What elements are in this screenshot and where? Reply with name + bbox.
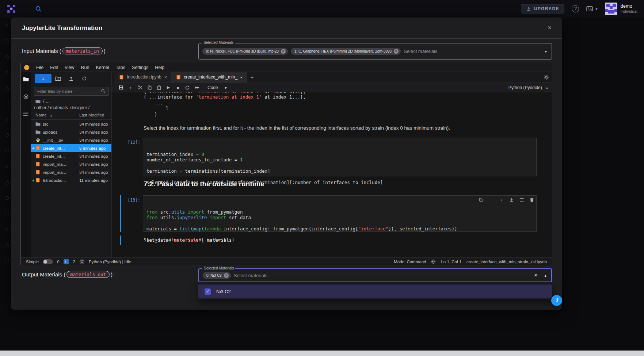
- chip-remove-icon[interactable]: ×: [281, 49, 286, 54]
- restart-kernel-icon[interactable]: [183, 85, 192, 90]
- file-row[interactable]: uploads34 minutes ago: [31, 128, 111, 136]
- background-sidebar-icon: □: [5, 100, 8, 106]
- chevron-down-icon[interactable]: ▾: [545, 49, 547, 54]
- menu-settings[interactable]: Settings: [129, 65, 152, 70]
- cell-toolbar: ↑ ↓: [478, 197, 534, 202]
- workspace-switcher[interactable]: ▾: [586, 6, 597, 12]
- move-cell-down-icon[interactable]: ↓: [499, 197, 504, 202]
- code-cell-12[interactable]: termination_index = 0number_of_interface…: [143, 138, 537, 176]
- new-folder-icon[interactable]: [52, 76, 65, 81]
- file-name: create_int...: [43, 154, 65, 158]
- kernel-count[interactable]: 0: [57, 260, 59, 264]
- help-button[interactable]: ?: [572, 5, 579, 12]
- kernel-status[interactable]: Python (Pyodide) | Idle: [89, 260, 131, 264]
- menu-help[interactable]: Help: [152, 65, 168, 70]
- simple-mode-toggle[interactable]: [43, 259, 53, 264]
- file-row[interactable]: import_ma...34 minutes ago: [31, 160, 111, 168]
- file-row[interactable]: import_ma...34 minutes ago: [31, 168, 111, 176]
- gear-icon[interactable]: [544, 74, 549, 80]
- file-modified: 34 minutes ago: [79, 162, 108, 166]
- code-token: ]), selected_interfaces)): [388, 226, 457, 231]
- mode-indicator[interactable]: Mode: Command: [394, 260, 426, 264]
- file-row[interactable]: create_int...5 minutes ago: [31, 144, 111, 152]
- kernel-name[interactable]: Python (Pyodide): [508, 85, 542, 90]
- cursor-position[interactable]: Ln 1, Col 1: [441, 260, 461, 264]
- file-row[interactable]: Introductio...11 minutes ago: [31, 176, 111, 184]
- code-token: [185, 209, 188, 215]
- chip-remove-icon[interactable]: ×: [394, 49, 399, 54]
- cell-type-dropdown[interactable]: Code ▾: [207, 85, 227, 90]
- upgrade-button[interactable]: UPGRADE: [521, 4, 564, 14]
- column-last-modified[interactable]: Last Modified: [79, 113, 104, 117]
- tab-close-icon[interactable]: ×: [164, 74, 167, 80]
- user-names: demo Individual: [621, 3, 637, 14]
- globe-icon[interactable]: [431, 259, 436, 264]
- insert-cell-below-icon[interactable]: [509, 197, 514, 202]
- notebook-tab-0[interactable]: Introduction.ipynb×: [115, 72, 172, 83]
- copy-cells-icon[interactable]: [145, 85, 154, 90]
- checkbox-icon[interactable]: ✓: [205, 288, 211, 295]
- notebook-content[interactable]: { ...interface for 'termination at index…: [112, 92, 552, 257]
- file-row[interactable]: src34 minutes ago: [31, 120, 111, 128]
- interrupt-kernel-icon[interactable]: ■: [173, 85, 183, 90]
- clear-selection-icon[interactable]: ×: [534, 272, 537, 279]
- file-name: uploads: [43, 130, 57, 134]
- search-icon[interactable]: [35, 5, 42, 12]
- menu-run[interactable]: Run: [78, 65, 93, 70]
- code-token: termination_index =: [146, 152, 202, 157]
- filter-files-input[interactable]: [34, 87, 109, 96]
- input-materials-select[interactable]: Selected Materials 0: Ni, Nickel, FCC (F…: [198, 43, 552, 60]
- dropdown-option[interactable]: ✓Ni3 C2: [198, 285, 552, 298]
- status-gear-icon[interactable]: [79, 259, 85, 264]
- menu-edit[interactable]: Edit: [47, 65, 61, 70]
- background-sidebar-icon: □: [5, 257, 8, 263]
- chip-remove-icon[interactable]: ×: [224, 273, 229, 278]
- upload-icon[interactable]: [65, 76, 78, 81]
- code-token: ]: [144, 106, 168, 111]
- output-materials-select[interactable]: Selected Materials 0: Ni3 C2× Select mat…: [198, 268, 552, 282]
- jupyter-menubar: FileEditViewRunKernelTabsSettingsHelp: [21, 63, 552, 72]
- info-button[interactable]: i: [551, 295, 562, 306]
- restart-run-all-icon[interactable]: ▶▶: [192, 86, 202, 89]
- close-icon[interactable]: ×: [548, 24, 552, 32]
- delete-cell-icon[interactable]: [529, 197, 534, 202]
- file-open-dot: [33, 148, 34, 149]
- markdown-cell[interactable]: Select the index for termination first, …: [144, 125, 531, 131]
- file-row[interactable]: __init__.py34 minutes ago: [31, 136, 111, 144]
- run-cell-icon[interactable]: ▶: [164, 85, 173, 90]
- breadcrumb-path[interactable]: / other / materials_designer /: [34, 105, 89, 110]
- jupyterlite-logo-icon: [24, 65, 29, 70]
- insert-cell-icon[interactable]: +: [126, 85, 135, 90]
- refresh-icon[interactable]: [78, 76, 91, 81]
- notebook-file-icon: [35, 146, 41, 151]
- menu-kernel[interactable]: Kernel: [93, 65, 113, 70]
- user-menu[interactable]: demo Individual: [605, 3, 637, 15]
- column-name[interactable]: Name ▲: [35, 113, 53, 117]
- chevron-up-icon[interactable]: ▴: [544, 273, 546, 278]
- topbar-right: UPGRADE ? ▾ demo Individual: [521, 3, 637, 15]
- topbar: UPGRADE ? ▾ demo Individual: [0, 0, 644, 18]
- new-tab-icon[interactable]: +: [247, 72, 257, 83]
- breadcrumb[interactable]: / …: [35, 99, 50, 104]
- table-of-contents-icon[interactable]: [23, 111, 29, 117]
- session-count[interactable]: 2: [73, 260, 75, 264]
- format-cell-icon[interactable]: [519, 197, 524, 202]
- new-launcher-button[interactable]: +: [35, 74, 52, 83]
- notebook-tab-1[interactable]: create_interface_with_min_●: [172, 72, 247, 83]
- menu-file[interactable]: File: [33, 65, 47, 70]
- cut-cells-icon[interactable]: [135, 85, 145, 90]
- code-token: list: [179, 226, 190, 231]
- menu-view[interactable]: View: [61, 65, 78, 70]
- save-icon[interactable]: [116, 85, 126, 90]
- paste-cells-icon[interactable]: [154, 85, 164, 90]
- code-cell-13[interactable]: from src.utils import from_pymatgenfrom …: [143, 195, 537, 232]
- material-chip-label: 0: Ni, Nickel, FCC (Fm-3m) 3D (Bulk), mp…: [206, 49, 279, 53]
- running-sessions-icon[interactable]: [23, 94, 29, 100]
- menu-tabs[interactable]: Tabs: [113, 65, 129, 70]
- move-cell-up-icon[interactable]: ↑: [488, 197, 494, 202]
- select-placeholder: Select materials: [404, 49, 437, 54]
- file-row[interactable]: create_int...34 minutes ago: [31, 152, 111, 160]
- duplicate-cell-icon[interactable]: [478, 197, 483, 202]
- file-browser-tab-icon[interactable]: [23, 76, 29, 82]
- brand-logo-icon[interactable]: [7, 4, 16, 14]
